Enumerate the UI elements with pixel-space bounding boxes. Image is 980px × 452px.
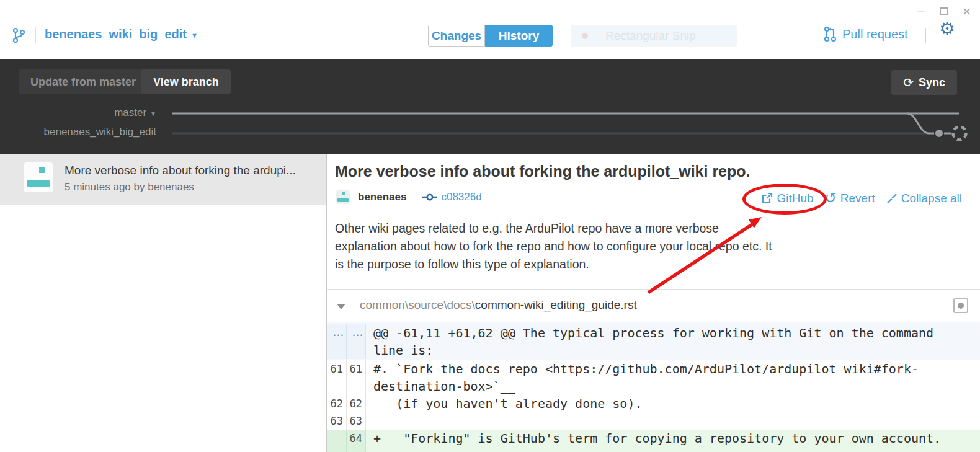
diff-context-row: 61 61 #. `Fork the docs repo <https://gi… [327,360,980,395]
new-line-gutter: 63 [347,412,366,430]
collapse-all-label: Collapse all [901,192,962,205]
commit-dot [935,130,943,137]
diff-context-row: 63 63 [327,412,980,430]
commit-actions: GitHub ↺ Revert Collapse all [761,191,962,205]
commit-author: benenaes [358,191,406,203]
diff-line-text: (if you haven't already done so). [366,395,980,412]
collapse-file-caret-icon[interactable] [337,304,345,309]
new-line-gutter: 64 [347,430,366,452]
tab-history[interactable]: History [485,25,553,47]
diff-line-text [366,412,980,430]
diff-view: ... ... @@ -61,11 +61,62 @@ The typical … [327,322,980,452]
revert-label: Revert [840,192,875,205]
new-line-gutter: 61 [347,360,366,395]
branch-toolbar: Update from master View branch ⟳ Sync ma… [0,59,980,154]
commit-list-item-selected[interactable]: More verbose info about forking the ardu… [0,154,326,205]
update-from-master-button[interactable]: Update from master [19,69,148,94]
diff-added-row: 64 + "Forking" is GitHub's term for copy… [327,430,980,452]
diff-line-text: + "Forking" is GitHub's term for copying… [366,430,980,452]
commit-item-title: More verbose info about forking the ardu… [65,164,296,177]
maximize-icon[interactable] [940,7,948,15]
github-desktop-window: benenaes_wiki_big_edit ▼ Changes History… [0,0,980,452]
repository-name: benenaes_wiki_big_edit [45,27,187,42]
gear-icon[interactable]: ⚙ [939,20,955,38]
snip-dot-icon [582,33,588,39]
old-line-gutter: ... [327,324,347,359]
github-label: GitHub [777,192,813,205]
view-branch-button[interactable]: View branch [141,69,231,94]
diff-context-row: 62 62 (if you haven't already done so). [327,395,980,412]
pull-request-label: Pull request [842,27,908,42]
external-link-icon [761,192,773,204]
sync-label: Sync [919,76,945,89]
minimize-icon[interactable]: – [917,4,926,17]
old-line-gutter: 63 [327,412,347,430]
old-line-gutter: 62 [327,395,347,412]
close-icon[interactable]: ✕ [962,6,971,18]
avatar [336,190,350,204]
titlebar: benenaes_wiki_big_edit ▼ Changes History… [0,0,980,59]
file-directory: common\source\docs\ [360,298,475,311]
window-controls: – ✕ [917,4,971,18]
view-tabs: Changes History [428,25,553,47]
diff-file-header: common\source\docs\common-wiki_editing_g… [327,289,980,322]
pull-request-icon [824,26,837,42]
branch-graph [0,99,980,155]
collapse-all-icon [886,193,898,204]
snip-label: Rectangular Snip [605,29,696,43]
hunk-header-text: @@ -61,11 +61,62 @@ The typical process … [366,324,980,359]
head-commit-ring [953,127,966,140]
chevron-down-icon: ▼ [191,30,198,39]
file-path: common\source\docs\common-wiki_editing_g… [360,298,637,312]
history-sidebar: More verbose info about forking the ardu… [0,154,327,452]
file-name: common-wiki_editing_guide.rst [475,298,637,311]
commit-detail-panel: More verbose info about forking the ardu… [327,154,980,452]
commit-description: Other wiki pages related to e.g. the Ard… [335,219,772,273]
commit-title: More verbose info about forking the ardu… [335,162,751,180]
pull-request-button[interactable]: Pull request [824,26,908,42]
revert-icon: ↺ [825,191,837,205]
open-in-github-button[interactable]: GitHub [761,192,813,205]
collapse-all-button[interactable]: Collapse all [886,192,962,205]
diff-hunk-header-row: ... ... @@ -61,11 +61,62 @@ The typical … [327,322,980,360]
commit-icon [422,192,437,202]
rectangular-snip-ghost-overlay: Rectangular Snip [571,25,737,47]
avatar [24,162,53,192]
titlebar-divider [925,28,926,43]
revert-button[interactable]: ↺ Revert [825,191,875,205]
modified-file-icon [953,298,968,313]
commit-sha-link[interactable]: c08326d [441,191,481,203]
diff-line-text: #. `Fork the docs repo <https://github.c… [366,360,980,395]
sync-button[interactable]: ⟳ Sync [891,70,957,95]
sync-icon: ⟳ [903,76,914,89]
new-line-gutter: 62 [347,395,366,412]
git-branch-icon [11,26,27,45]
titlebar-divider [35,27,36,43]
commit-item-meta: 5 minutes ago by benenaes [65,181,194,193]
commit-meta-row: benenaes c08326d [336,190,482,204]
old-line-gutter: 61 [327,360,347,395]
repository-switcher[interactable]: benenaes_wiki_big_edit ▼ [45,27,198,42]
new-line-gutter: ... [347,324,366,359]
tab-changes[interactable]: Changes [428,25,485,47]
old-line-gutter [327,430,347,452]
